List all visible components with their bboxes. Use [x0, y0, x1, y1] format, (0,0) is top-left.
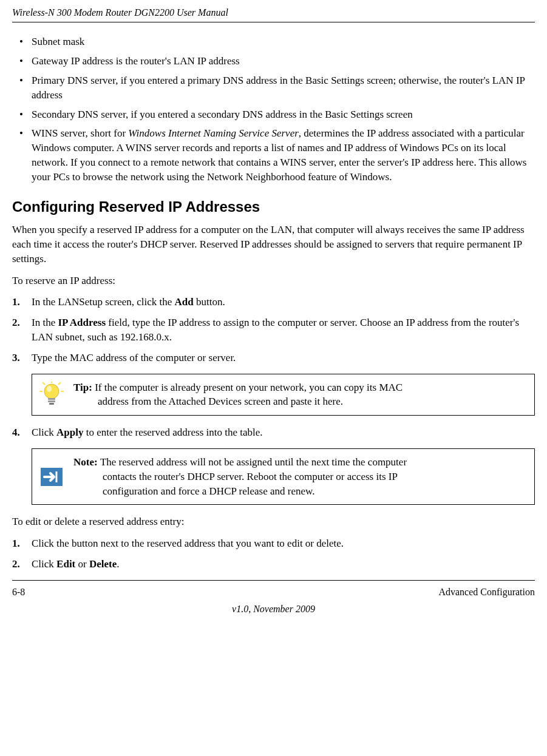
- step-item: Click Edit or Delete.: [12, 557, 535, 572]
- section-intro: When you specify a reserved IP address f…: [12, 223, 535, 266]
- tip-body: Tip: If the computer is already present …: [73, 380, 528, 410]
- note-text: The reserved address will not be assigne…: [100, 456, 407, 468]
- list-item: Subnet mask: [12, 35, 535, 49]
- procedure-lead: To edit or delete a reserved address ent…: [12, 515, 535, 529]
- step-item: Click the button next to the reserved ad…: [12, 536, 535, 551]
- section-heading: Configuring Reserved IP Addresses: [12, 197, 535, 217]
- step-item: In the LANSetup screen, click the Add bu…: [12, 295, 535, 309]
- tip-label: Tip:: [73, 382, 95, 393]
- text: button.: [194, 296, 225, 308]
- note-body: Note: The reserved address will not be a…: [73, 455, 528, 498]
- tip-text: If the computer is already present on yo…: [95, 382, 403, 393]
- footer: 6-8 Advanced Configuration: [12, 586, 535, 599]
- ui-label: Delete: [89, 558, 117, 570]
- note-callout: Note: The reserved address will not be a…: [32, 448, 535, 505]
- note-text-cont: configuration and force a DHCP release a…: [73, 484, 528, 499]
- step-item: In the IP Address field, type the IP add…: [12, 316, 535, 345]
- procedure-steps: In the LANSetup screen, click the Add bu…: [12, 295, 535, 365]
- note-label: Note:: [73, 456, 100, 468]
- lightbulb-icon: [38, 382, 65, 407]
- text: Click: [32, 558, 56, 570]
- italic-term: Windows Internet Naming Service Server: [128, 127, 298, 139]
- svg-point-1: [47, 386, 52, 392]
- tip-callout: Tip: If the computer is already present …: [32, 374, 535, 416]
- svg-rect-4: [49, 403, 54, 405]
- ui-label: Add: [175, 296, 194, 308]
- list-item: Primary DNS server, if you entered a pri…: [12, 73, 535, 103]
- tip-text-cont: address from the Attached Devices screen…: [73, 394, 528, 409]
- page-number: 6-8: [12, 586, 25, 599]
- text: or: [75, 558, 89, 570]
- parameter-list: Subnet mask Gateway IP address is the ro…: [12, 35, 535, 184]
- text: In the LANSetup screen, click the: [32, 296, 175, 308]
- svg-point-0: [44, 384, 59, 399]
- ui-label: Edit: [56, 558, 75, 570]
- step-item: Click Apply to enter the reserved addres…: [12, 425, 535, 440]
- header-rule: [12, 22, 535, 22]
- procedure-lead: To reserve an IP address:: [12, 274, 535, 288]
- section-name: Advanced Configuration: [438, 586, 535, 599]
- document-header: Wireless-N 300 Modem Router DGN2200 User…: [12, 6, 535, 19]
- note-text-cont: contacts the router's DHCP server. Reboo…: [73, 470, 528, 484]
- list-item: Secondary DNS server, if you entered a s…: [12, 107, 535, 122]
- text: WINS server, short for: [32, 127, 128, 139]
- svg-rect-2: [48, 398, 55, 400]
- text: Click: [32, 427, 56, 438]
- svg-rect-3: [48, 400, 55, 402]
- version-line: v1.0, November 2009: [12, 602, 535, 616]
- text: In the: [32, 317, 58, 328]
- ui-label: Apply: [56, 427, 83, 438]
- list-item: Gateway IP address is the router's LAN I…: [12, 54, 535, 69]
- ui-label: IP Address: [58, 317, 106, 328]
- procedure-steps-cont: Click Apply to enter the reserved addres…: [12, 425, 535, 440]
- text: to enter the reserved address into the t…: [84, 427, 263, 438]
- procedure-steps-edit: Click the button next to the reserved ad…: [12, 536, 535, 572]
- text: .: [117, 558, 119, 570]
- arrow-note-icon: [38, 467, 65, 487]
- step-item: Type the MAC address of the computer or …: [12, 351, 535, 365]
- footer-rule: [12, 580, 535, 581]
- list-item: WINS server, short for Windows Internet …: [12, 126, 535, 184]
